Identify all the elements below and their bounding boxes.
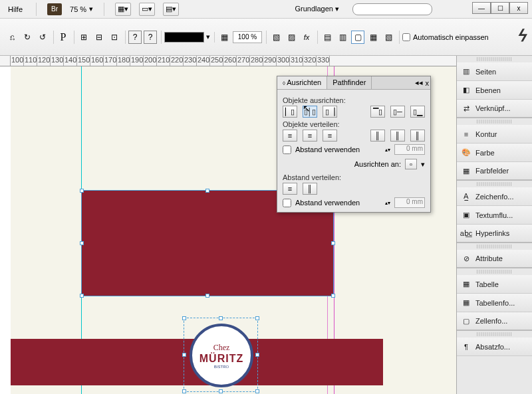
selection-handle[interactable] [182, 389, 186, 393]
view-options-button[interactable]: ▦▾ [115, 3, 131, 16]
distribute-vcenter-button[interactable]: ≡ [303, 130, 317, 142]
align-left-button[interactable]: ▏▯ [283, 106, 297, 118]
selection-handle[interactable] [205, 294, 209, 298]
autofit-check[interactable] [402, 33, 410, 41]
selection-handle[interactable] [205, 189, 209, 193]
wrap-icon[interactable]: ▤ [321, 31, 334, 44]
selection-handle[interactable] [182, 316, 186, 320]
align-bottom-button[interactable]: ▯▁ [410, 106, 425, 118]
shadow-icon[interactable]: ▨ [285, 31, 298, 44]
workspace-switcher[interactable]: Grundlagen ▾ [295, 5, 339, 13]
distribute-vspace-button[interactable]: ≡ [283, 183, 297, 195]
panel-grip[interactable] [477, 57, 512, 61]
window-maximize-button[interactable]: ☐ [491, 2, 509, 14]
panel-verknupf[interactable]: ⇄Verknüpf... [457, 100, 532, 118]
menu-help[interactable]: Hilfe [5, 4, 25, 15]
distribute-hcenter-button[interactable]: ║ [390, 130, 405, 142]
selection-handle[interactable] [182, 353, 186, 357]
spacing2-value[interactable]: 0 mm [394, 197, 425, 208]
panel-grip[interactable] [477, 182, 512, 186]
align-right-button[interactable]: ▯▕ [323, 106, 337, 118]
auto-fit-checkbox[interactable]: Automatisch einpassen [402, 33, 489, 41]
distribute-bottom-button[interactable]: ≡ [323, 130, 337, 142]
distribute-right-button[interactable]: ║ [410, 130, 425, 142]
panel-hyperlinks[interactable]: ab͟cHyperlinks [457, 225, 532, 243]
help-icon[interactable]: ? [128, 31, 142, 44]
panel-seiten[interactable]: ▥Seiten [457, 62, 532, 81]
panel-menu[interactable]: ◂◂x [414, 76, 431, 89]
tab-pathfinder[interactable]: Pathfinder [327, 76, 372, 89]
panel-grip[interactable] [477, 245, 512, 248]
panel-grip[interactable] [477, 120, 512, 124]
panel-absatzfo[interactable]: ¶Absatzfo... [457, 338, 532, 356]
logo-title: MÜRITZ [200, 353, 243, 365]
screen-mode-button[interactable]: ▭▾ [139, 3, 155, 16]
panel-tabelle[interactable]: ▦Tabelle [457, 275, 532, 294]
selection-handle[interactable] [255, 316, 259, 320]
distribute-left-button[interactable]: ║ [370, 130, 385, 142]
help-icon[interactable]: ? [144, 31, 157, 44]
window-close-button[interactable]: x [509, 2, 528, 14]
paragraph-icon[interactable]: P [57, 31, 70, 44]
panel-grip[interactable] [477, 332, 512, 336]
wrap-selected-icon[interactable]: ▢ [351, 31, 364, 44]
selection-handle[interactable] [255, 353, 259, 357]
dropdown-icon: ▾ [421, 160, 425, 169]
fx-icon[interactable]: fx [300, 31, 313, 44]
selection-handle[interactable] [219, 316, 223, 320]
panel-zellenfo[interactable]: ▢Zellenfo... [457, 312, 532, 331]
logo-group-selection[interactable]: Chez MÜRITZ BISTRO [184, 318, 258, 392]
selection-handle[interactable] [80, 294, 84, 298]
spacing-value[interactable]: 0 mm [394, 144, 425, 155]
align-to-button[interactable]: ▫ [405, 159, 417, 169]
tool-icon[interactable]: ⊟ [92, 31, 106, 44]
use-spacing2-checkbox[interactable] [283, 199, 291, 207]
close-icon[interactable]: x [426, 79, 430, 87]
selection-handle[interactable] [255, 389, 259, 393]
selection-handle[interactable] [331, 294, 335, 298]
align-vcenter-button[interactable]: ▯─ [390, 106, 405, 118]
zoom-level[interactable]: 75 % ▾ [70, 5, 93, 13]
search-input[interactable] [352, 3, 432, 15]
distribute-top-button[interactable]: ≡ [283, 130, 297, 142]
wrap-icon[interactable]: ▦ [366, 31, 380, 44]
panel-zeichen[interactable]: A̲Zeichenfo... [457, 187, 532, 206]
align-top-button[interactable]: ▔▯ [370, 106, 385, 118]
tab-ausrichten[interactable]: ◊ Ausrichten [277, 76, 327, 89]
window-minimize-button[interactable]: — [472, 2, 491, 14]
use-spacing-checkbox[interactable] [283, 146, 291, 154]
lightning-icon[interactable]: ϟ [516, 27, 527, 45]
rotate-ccw-icon[interactable]: ↺ [36, 31, 49, 44]
collapse-icon[interactable]: ◂◂ [415, 78, 423, 87]
distribute-hspace-button[interactable]: ║ [303, 183, 317, 195]
panel-farbfelder[interactable]: ▦Farbfelder [457, 162, 532, 181]
opacity-icon[interactable]: ▦ [217, 31, 231, 44]
panel-kontur[interactable]: ≡Kontur [457, 125, 532, 144]
rotate-cw-icon[interactable]: ↻ [21, 31, 34, 44]
align-panel[interactable]: ◊ Ausrichten Pathfinder ◂◂x Objekte ausr… [277, 76, 431, 213]
fill-swatch[interactable] [164, 32, 204, 43]
wrap-icon[interactable]: ▧ [382, 31, 395, 44]
panel-attribute[interactable]: ⊘Attribute [457, 250, 532, 268]
selection-handle[interactable] [80, 241, 84, 245]
ruler-origin[interactable] [0, 56, 11, 66]
align-hcenter-button[interactable]: ▯│▯ [303, 106, 317, 118]
bridge-button[interactable]: Br [47, 3, 62, 15]
selection-handle[interactable] [331, 241, 335, 245]
opacity-input[interactable] [233, 31, 262, 43]
panel-grip[interactable] [477, 270, 512, 274]
help-group: ? ? [128, 31, 162, 44]
tool-icon[interactable]: ⊡ [108, 31, 121, 44]
arrange-button[interactable]: ▤▾ [163, 3, 179, 16]
flip-h-icon[interactable]: ⎌ [5, 31, 19, 44]
wrap-icon[interactable]: ▥ [336, 31, 349, 44]
effect-icon[interactable]: ▧ [269, 31, 283, 44]
panel-textumflu[interactable]: ▣Textumflu... [457, 206, 532, 225]
logo-badge[interactable]: Chez MÜRITZ BISTRO [190, 324, 253, 387]
selection-handle[interactable] [80, 189, 84, 193]
panel-farbe[interactable]: 🎨Farbe [457, 144, 532, 162]
panel-tabellenfo[interactable]: ▦Tabellenfo... [457, 294, 532, 312]
tool-icon[interactable]: ⊞ [77, 31, 90, 44]
panel-ebenen[interactable]: ◧Ebenen [457, 81, 532, 100]
selection-handle[interactable] [219, 389, 223, 393]
